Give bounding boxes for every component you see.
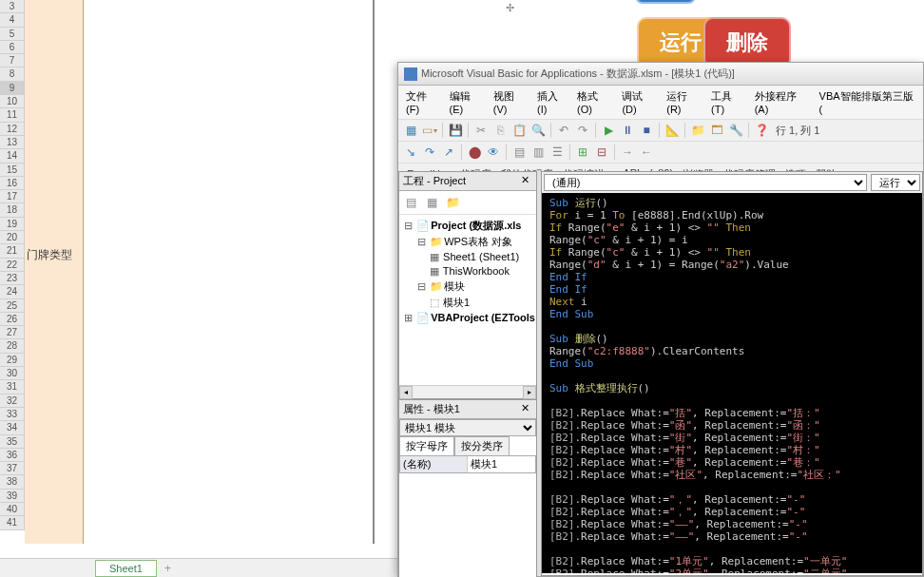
row-header-35[interactable]: 35 [0,435,24,449]
step-over-icon[interactable]: ↷ [421,144,438,161]
row-header-34[interactable]: 34 [0,421,24,434]
paste-icon[interactable]: 📋 [510,122,528,139]
project-close-icon[interactable]: ✕ [518,174,532,188]
save-icon[interactable]: 💾 [447,122,464,139]
object-select[interactable]: (通用) [544,174,867,191]
comment-icon[interactable]: ⊞ [574,144,591,161]
redo-icon[interactable]: ↷ [574,122,591,139]
row-header-41[interactable]: 41 [0,516,24,529]
step-out-icon[interactable]: ↗ [440,144,457,161]
row-header-27[interactable]: 27 [0,326,24,339]
view-obj-icon[interactable]: ▦ [423,194,440,211]
row-header-18[interactable]: 18 [0,203,24,217]
props-grid[interactable]: (名称) 模块1 [399,455,536,473]
properties-icon[interactable]: 🗔 [708,122,725,139]
row-header-24[interactable]: 24 [0,285,24,298]
insert-dropdown-icon[interactable]: ▭ [421,122,438,139]
menu-item[interactable]: 插入(I) [533,87,571,117]
menu-item[interactable]: 文件(F) [402,87,444,117]
project-tree[interactable]: ⊟ 📄 Project (数据源.xls ⊟ 📁 WPS表格 对象 ▦ Shee… [399,215,536,395]
add-sheet-button[interactable]: + [164,562,171,575]
find-icon[interactable]: 🔍 [529,122,547,139]
row-header-3[interactable]: 3 [0,0,24,13]
delete-button[interactable]: 删除 [703,17,791,68]
menu-item[interactable]: 工具(T) [707,87,749,117]
format-button[interactable] [635,0,696,4]
sheet-tab-1[interactable]: Sheet1 [95,560,157,577]
props-tab-alpha[interactable]: 按字母序 [399,436,454,455]
procedure-select[interactable]: 运行 [871,174,920,191]
immediate-icon[interactable]: ▤ [510,144,528,161]
help-icon[interactable]: ❓ [753,122,770,139]
view-code-icon[interactable]: ▤ [402,194,419,211]
pause-icon[interactable]: ⏸ [619,122,636,139]
view-icon[interactable]: ▦ [402,122,419,139]
row-header-36[interactable]: 36 [0,449,24,462]
project-icon[interactable]: 📁 [689,122,706,139]
outdent-icon[interactable]: ← [638,144,655,161]
watch-icon[interactable]: 👁 [485,144,502,161]
row-header-28[interactable]: 28 [0,339,24,353]
row-header-12[interactable]: 12 [0,123,24,136]
row-header-5[interactable]: 5 [0,28,24,41]
row-header-21[interactable]: 21 [0,244,24,258]
row-header-32[interactable]: 32 [0,394,24,408]
row-header-20[interactable]: 20 [0,231,24,244]
row-header-9[interactable]: 9 [0,82,24,95]
project-hscroll[interactable]: ◂ ▸ [399,385,536,398]
row-header-33[interactable]: 33 [0,408,24,421]
folder-toggle-icon[interactable]: 📁 [444,194,461,211]
breakpoint-icon[interactable]: ⬤ [466,144,483,161]
menu-item[interactable]: 编辑(E) [446,87,488,117]
indent-icon[interactable]: → [619,144,636,161]
column-a[interactable] [25,0,84,544]
row-header-7[interactable]: 7 [0,54,24,67]
stop-icon[interactable]: ■ [638,122,655,139]
locals-icon[interactable]: ▥ [529,144,547,161]
cut-icon[interactable]: ✂ [472,122,490,139]
row-header-23[interactable]: 23 [0,272,24,285]
row-header-39[interactable]: 39 [0,490,24,503]
menu-item[interactable]: 格式(O) [573,87,616,117]
copy-icon[interactable]: ⎘ [491,122,509,139]
row-header-16[interactable]: 16 [0,177,24,190]
row-header-6[interactable]: 6 [0,41,24,54]
row-header-40[interactable]: 40 [0,503,24,516]
menu-item[interactable]: 视图(V) [490,87,531,117]
menu-item[interactable]: 运行(R) [663,87,705,117]
row-header-15[interactable]: 15 [0,163,24,177]
scroll-right-icon[interactable]: ▸ [523,386,536,399]
menu-item[interactable]: 外接程序(A) [751,87,814,117]
props-close-icon[interactable]: ✕ [518,402,532,416]
row-header-19[interactable]: 19 [0,218,24,231]
row-header-38[interactable]: 38 [0,475,24,489]
menu-item[interactable]: VBA智能排版第三版( [816,87,919,117]
props-tab-category[interactable]: 按分类序 [454,436,510,455]
props-name-value[interactable]: 模块1 [468,456,535,472]
row-header-26[interactable]: 26 [0,313,24,326]
row-header-31[interactable]: 31 [0,380,24,394]
undo-icon[interactable]: ↶ [555,122,572,139]
row-header-11[interactable]: 11 [0,108,24,122]
props-object-select[interactable]: 模块1 模块 [399,419,536,436]
scroll-left-icon[interactable]: ◂ [399,386,413,399]
step-into-icon[interactable]: ↘ [402,144,419,161]
code-editor[interactable]: Sub 运行() For i = 1 To [e8888].End(xlUp).… [542,193,922,573]
vba-titlebar[interactable]: Microsoft Visual Basic for Applications … [398,63,923,86]
row-header-17[interactable]: 17 [0,190,24,203]
row-header-29[interactable]: 29 [0,354,24,367]
stack-icon[interactable]: ☰ [549,144,566,161]
menu-item[interactable]: 调试(D) [618,87,661,117]
row-header-13[interactable]: 13 [0,136,24,149]
uncomment-icon[interactable]: ⊟ [593,144,610,161]
row-header-30[interactable]: 30 [0,367,24,380]
row-header-8[interactable]: 8 [0,67,24,81]
row-header-14[interactable]: 14 [0,149,24,163]
row-header-37[interactable]: 37 [0,462,24,475]
design-icon[interactable]: 📐 [664,122,681,139]
row-header-25[interactable]: 25 [0,299,24,313]
play-icon[interactable]: ▶ [600,122,617,139]
row-header-22[interactable]: 22 [0,259,24,272]
row-header-10[interactable]: 10 [0,95,24,108]
toolbox-icon[interactable]: 🔧 [727,122,744,139]
